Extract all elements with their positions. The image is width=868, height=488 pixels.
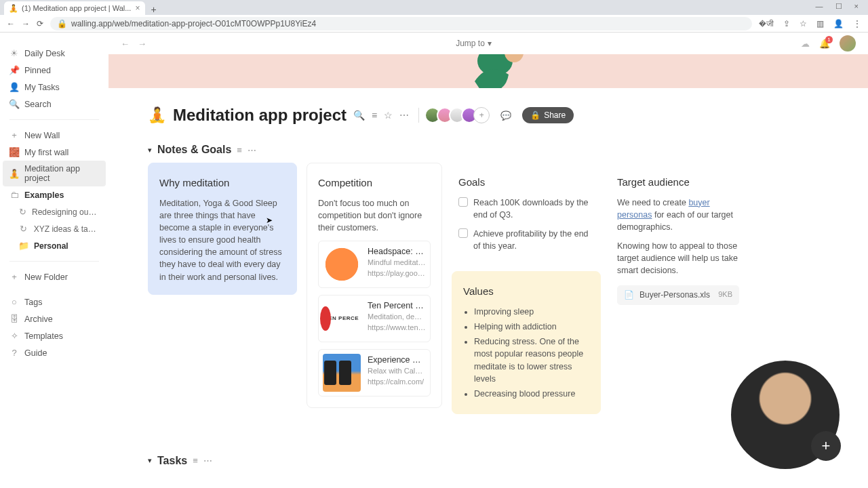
examples-folder[interactable]: 🗀 Examples: [0, 186, 108, 203]
card-values[interactable]: Values Improving sleepHelping with addic…: [452, 271, 601, 414]
profile-icon[interactable]: 👤: [833, 19, 844, 28]
tab-title: (1) Meditation app project | Wal...: [22, 4, 131, 12]
browser-tab[interactable]: 🧘 (1) Meditation app project | Wal... ×: [4, 1, 145, 15]
card-goals[interactable]: Goals Reach 100K downloads by the end of…: [452, 163, 601, 262]
goal-item[interactable]: Achieve profitability by the end of this…: [458, 228, 594, 252]
checkbox[interactable]: [458, 197, 468, 207]
page-forward-icon[interactable]: →: [138, 39, 146, 49]
card-competition[interactable]: Competition Don't focus too much on comp…: [307, 163, 442, 408]
sidebar-footer-guide[interactable]: ? Guide: [0, 344, 108, 361]
page-icon[interactable]: 🧘: [148, 106, 166, 124]
add-fab-button[interactable]: +: [811, 431, 841, 461]
link-desc: Mindful meditation and r...: [368, 258, 426, 268]
card-body: We need to create buyer personas for eac…: [617, 197, 739, 233]
section-notes-goals[interactable]: ▾ Notes & Goals ≡ ⋯: [108, 131, 868, 160]
close-tab-icon[interactable]: ×: [135, 3, 140, 13]
sidebar-icon: 🔍: [9, 99, 19, 109]
page-cover[interactable]: [108, 54, 868, 88]
page-title[interactable]: Meditation app project: [173, 106, 347, 125]
sidebar-example[interactable]: 📁 Personal: [0, 237, 108, 254]
share-button[interactable]: 🔒 Share: [522, 107, 574, 123]
sidebar-footer-archive[interactable]: 🗄 Archive: [0, 310, 108, 327]
install-icon[interactable]: �जी: [759, 19, 774, 28]
card-title: Target audience: [617, 175, 739, 190]
link-title: Headspace: Mindfu...: [368, 245, 426, 258]
example-icon: 📁: [19, 241, 28, 251]
panel-icon[interactable]: ▥: [816, 19, 824, 28]
user-avatar[interactable]: [840, 35, 856, 52]
sidebar-example[interactable]: ↻ Redesigning our webs...: [0, 203, 108, 220]
new-folder-button[interactable]: + New Folder: [0, 268, 108, 285]
folder-icon: 🗀: [9, 190, 19, 200]
more-icon[interactable]: ⋯: [248, 145, 256, 155]
sidebar-footer-tags[interactable]: ○ Tags: [0, 293, 108, 310]
sidebar-item-search[interactable]: 🔍 Search: [0, 96, 108, 113]
chevron-down-icon: ▾: [148, 456, 152, 465]
sidebar-wall[interactable]: 🧱 My first wall: [0, 144, 108, 161]
cloud-sync-icon[interactable]: ☁: [801, 39, 810, 49]
star-icon[interactable]: ☆: [384, 110, 393, 121]
goal-item[interactable]: Reach 100K downloads by the end of Q3.: [458, 197, 594, 221]
page-header: 🧘 Meditation app project 🔍 ≡ ☆ ⋯ + 💬 🔒 S…: [108, 88, 868, 131]
more-icon[interactable]: ⋯: [399, 110, 409, 121]
card-title: Values: [463, 284, 589, 299]
checkbox[interactable]: [458, 228, 468, 238]
window-minimize-icon[interactable]: —: [816, 2, 823, 11]
sidebar-example[interactable]: ↻ XYZ ideas & tasks: [0, 220, 108, 237]
filter-icon[interactable]: ≡: [193, 455, 198, 466]
competitor-link[interactable]: Headspace: Mindfu... Mindful meditation …: [318, 241, 431, 288]
window-maximize-icon[interactable]: ☐: [835, 2, 842, 11]
notifications-button[interactable]: 🔔 1: [819, 39, 830, 49]
sidebar: ☀ Daily Desk 📌 Pinned 👤 My Tasks 🔍 Searc…: [0, 33, 108, 488]
reload-icon[interactable]: ⟳: [37, 19, 43, 28]
new-tab-button[interactable]: +: [145, 4, 161, 15]
filter-icon[interactable]: ≡: [372, 110, 377, 121]
link-url: https://calm.com/: [368, 377, 426, 388]
menu-icon[interactable]: ⋮: [853, 19, 861, 28]
jump-to-button[interactable]: Jump to ▾: [456, 39, 492, 48]
link-title: Experience Calm: [368, 354, 426, 366]
file-icon: 📄: [624, 289, 634, 301]
page-back-icon[interactable]: ←: [121, 39, 130, 49]
forward-icon[interactable]: →: [22, 19, 30, 28]
share-icon[interactable]: ⇪: [783, 19, 790, 28]
sidebar-item-pinned[interactable]: 📌 Pinned: [0, 62, 108, 79]
value-item: Helping with addiction: [474, 321, 589, 333]
card-target-audience[interactable]: Target audience We need to create buyer …: [610, 163, 746, 317]
footer-icon: ○: [9, 297, 19, 307]
plus-icon: +: [9, 272, 19, 282]
back-icon[interactable]: ←: [7, 19, 15, 28]
browser-toolbar: ← → ⟳ 🔒 walling.app/web/meditation-app-p…: [0, 15, 868, 33]
sidebar-item-my-tasks[interactable]: 👤 My Tasks: [0, 79, 108, 96]
sidebar-wall[interactable]: 🧘 Meditation app project: [3, 161, 106, 186]
new-wall-button[interactable]: + New Wall: [0, 127, 108, 144]
sidebar-item-daily-desk[interactable]: ☀ Daily Desk: [0, 45, 108, 62]
value-item: Improving sleep: [474, 306, 589, 318]
main-canvas: ← → Jump to ▾ ☁ 🔔 1: [108, 33, 868, 488]
card-title: Why meditation: [159, 176, 285, 190]
competitor-link[interactable]: Experience Calm Relax with Calm, a simpl…: [318, 349, 431, 396]
more-icon[interactable]: ⋯: [203, 455, 212, 466]
link-thumbnail: [323, 245, 361, 283]
add-collaborator-button[interactable]: +: [473, 107, 490, 123]
example-icon: ↻: [19, 224, 28, 234]
address-bar[interactable]: 🔒 walling.app/web/meditation-app-project…: [50, 17, 752, 30]
search-icon[interactable]: 🔍: [353, 110, 365, 121]
filter-icon[interactable]: ≡: [237, 145, 242, 155]
collaborators[interactable]: +: [429, 107, 490, 123]
window-close-icon[interactable]: ×: [854, 2, 859, 11]
file-attachment[interactable]: 📄 Buyer-Personas.xls 9KB: [617, 285, 739, 305]
browser-tab-strip: 🧘 (1) Meditation app project | Wal... × …: [0, 0, 868, 15]
example-icon: ↻: [19, 207, 26, 217]
footer-icon: ?: [9, 348, 19, 358]
lock-icon: 🔒: [530, 110, 540, 120]
sidebar-footer-templates[interactable]: ✧ Templates: [0, 327, 108, 344]
link-thumbnail: [323, 354, 361, 392]
comment-icon[interactable]: 💬: [500, 110, 511, 121]
card-body-2: Knowing how to appeal to those target au…: [617, 240, 739, 277]
chevron-down-icon: ▾: [488, 39, 492, 48]
sidebar-icon: 👤: [9, 82, 19, 92]
bookmark-icon[interactable]: ☆: [800, 19, 807, 28]
card-why-meditation[interactable]: Why meditation Meditation, Yoga & Good S…: [148, 163, 297, 295]
competitor-link[interactable]: TEN PERCE Ten Percent Happi... Meditatio…: [318, 295, 431, 342]
